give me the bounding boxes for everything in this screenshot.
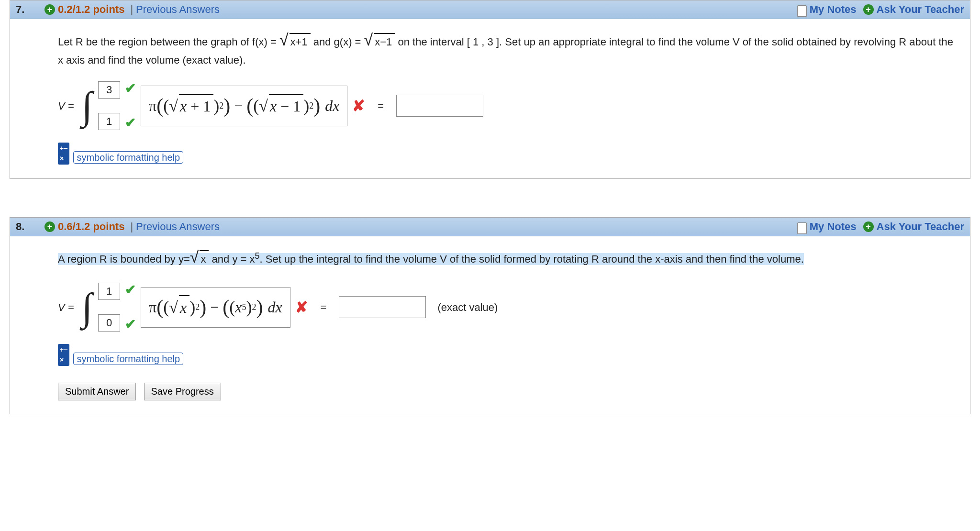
exact-value-label: (exact value)	[437, 299, 498, 315]
expand-icon[interactable]: +	[45, 4, 55, 15]
separator: |	[130, 221, 133, 233]
integrand-input[interactable]: π( ( √x )2) − ( ( x5)2) dx	[141, 287, 290, 328]
check-icon: ✔	[125, 78, 136, 99]
question-number: 7.	[16, 3, 45, 16]
save-progress-button[interactable]: Save Progress	[144, 383, 221, 400]
points-label: 0.6/1.2 points	[58, 221, 124, 233]
plus-icon[interactable]: +	[863, 4, 874, 15]
symbolic-help[interactable]: +−× symbolic formatting help	[58, 344, 957, 366]
upper-limit-input[interactable]: 1	[98, 283, 120, 300]
symbolic-badge-icon: +−×	[58, 344, 69, 366]
symbolic-help[interactable]: +−× symbolic formatting help	[58, 143, 957, 165]
question-body: A region R is bounded by y=√x and y = x5…	[10, 236, 970, 414]
question-prompt: Let R be the region between the graph of…	[58, 28, 957, 68]
question-8-panel: 8. + 0.6/1.2 points | Previous Answers M…	[10, 217, 970, 414]
radicand: x	[200, 250, 209, 267]
radical-icon: √	[279, 31, 289, 49]
symbolic-help-link[interactable]: symbolic formatting help	[73, 151, 183, 164]
exponent: 5	[255, 251, 259, 261]
submit-answer-button[interactable]: Submit Answer	[58, 383, 136, 400]
check-icon: ✔	[125, 280, 136, 300]
symbolic-help-link[interactable]: symbolic formatting help	[73, 353, 183, 365]
expand-icon[interactable]: +	[45, 221, 55, 232]
upper-limit-input[interactable]: 3	[98, 81, 120, 99]
ask-teacher-link[interactable]: Ask Your Teacher	[877, 3, 964, 16]
symbolic-badge-icon: +−×	[58, 143, 69, 165]
integrand-input[interactable]: π( ( √x + 1 )2) − ( ( √x − 1 )2) dx	[141, 86, 347, 126]
v-equals: V =	[58, 299, 74, 315]
lower-limit-input[interactable]: 1	[98, 113, 120, 130]
previous-answers-link[interactable]: Previous Answers	[136, 221, 220, 233]
integral-row: V = ∫ 1 0 ✔ ✔ π( ( √x )2) − ( ( x5)2) dx…	[58, 280, 957, 334]
question-prompt: A region R is bounded by y=√x and y = x5…	[58, 245, 957, 269]
prompt-text: . Set up the integral to find the volume…	[260, 253, 804, 265]
question-header: 7. + 0.2/1.2 points | Previous Answers M…	[10, 0, 970, 19]
radicand: x−1	[374, 33, 395, 50]
plus-icon[interactable]: +	[863, 221, 874, 232]
cross-icon: ✘	[295, 296, 308, 319]
cross-icon: ✘	[352, 94, 365, 117]
prompt-text: A region R is bounded by y=	[58, 253, 190, 265]
prompt-text: and y = x	[209, 253, 255, 265]
my-notes-link[interactable]: My Notes	[810, 3, 857, 16]
equals-sign: =	[378, 98, 384, 114]
prompt-text: and g(x) =	[313, 36, 364, 48]
question-number: 8.	[16, 221, 45, 233]
buttons-row: Submit Answer Save Progress	[58, 383, 957, 400]
radical-icon: √	[364, 31, 373, 49]
previous-answers-link[interactable]: Previous Answers	[136, 3, 220, 16]
ask-teacher-link[interactable]: Ask Your Teacher	[877, 221, 964, 233]
question-body: Let R be the region between the graph of…	[10, 19, 970, 178]
radicand: x+1	[290, 33, 311, 50]
v-equals: V =	[58, 98, 74, 114]
lower-limit-input[interactable]: 0	[98, 314, 120, 332]
question-7-panel: 7. + 0.2/1.2 points | Previous Answers M…	[10, 0, 970, 179]
check-icon: ✔	[125, 113, 136, 133]
separator: |	[130, 3, 133, 16]
note-icon[interactable]	[797, 5, 807, 17]
equals-sign: =	[321, 299, 327, 315]
prompt-text: Let R be the region between the graph of…	[58, 36, 279, 48]
result-input[interactable]	[339, 296, 426, 318]
integral-icon: ∫	[81, 293, 93, 321]
note-icon[interactable]	[797, 222, 807, 234]
integral-icon: ∫	[81, 92, 93, 119]
points-label: 0.2/1.2 points	[58, 3, 124, 16]
integral-row: V = ∫ 3 1 ✔ ✔ π( ( √x + 1 )2) − ( ( √x −…	[58, 78, 957, 133]
my-notes-link[interactable]: My Notes	[810, 221, 857, 233]
radical-icon: √	[190, 248, 199, 266]
check-icon: ✔	[125, 314, 136, 334]
result-input[interactable]	[396, 95, 483, 117]
question-header: 8. + 0.6/1.2 points | Previous Answers M…	[10, 218, 970, 236]
